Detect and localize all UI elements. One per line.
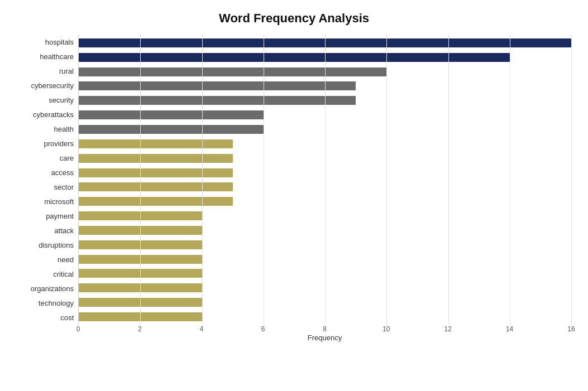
bar: [79, 182, 233, 191]
y-label: critical: [53, 268, 74, 281]
y-label: providers: [44, 137, 74, 149]
bar: [79, 197, 233, 206]
y-axis: hospitalshealthcareruralcybersecuritysec…: [17, 35, 78, 342]
y-label: rural: [59, 65, 74, 77]
x-tick: 12: [444, 325, 452, 333]
y-label: cost: [60, 312, 74, 324]
bar: [79, 67, 386, 76]
y-label: technology: [39, 297, 74, 310]
y-label: care: [60, 152, 74, 164]
x-tick: 16: [567, 325, 575, 333]
x-tick: 2: [138, 325, 142, 333]
y-label: security: [49, 94, 74, 106]
bar: [79, 81, 356, 90]
y-label: organizations: [31, 283, 74, 295]
y-label: payment: [46, 210, 74, 223]
grid-line: [325, 35, 326, 325]
grid-line: [264, 35, 264, 325]
x-tick: 6: [261, 325, 265, 333]
grid-line: [386, 35, 387, 325]
y-label: cyberattacks: [33, 108, 74, 120]
y-label: cybersecurity: [31, 79, 74, 91]
chart-area: hospitalshealthcareruralcybersecuritysec…: [17, 35, 571, 342]
x-tick: 0: [77, 325, 80, 333]
chart-title: Word Frequency Analysis: [17, 11, 571, 26]
x-axis-label: Frequency: [78, 334, 571, 342]
bar: [79, 154, 233, 163]
grid-line: [140, 35, 141, 325]
bar: [79, 139, 233, 148]
y-label: microsoft: [44, 196, 74, 208]
grid-line: [202, 35, 203, 325]
x-axis: 0246810121416 Frequency: [78, 325, 571, 342]
x-tick: 14: [506, 325, 513, 333]
bar: [79, 168, 233, 177]
bar: [79, 53, 510, 62]
x-ticks: 0246810121416: [78, 325, 571, 331]
grid-line: [510, 35, 510, 325]
bar: [79, 96, 356, 105]
grid-line: [448, 35, 449, 325]
y-label: healthcare: [40, 50, 74, 62]
y-label: health: [54, 123, 74, 135]
x-tick: 4: [199, 325, 203, 333]
x-tick: 8: [323, 325, 327, 333]
bar: [79, 125, 264, 134]
y-label: sector: [54, 181, 74, 193]
y-label: disruptions: [39, 239, 74, 252]
x-tick: 10: [383, 325, 390, 333]
y-label: need: [58, 254, 74, 266]
y-label: access: [51, 166, 74, 178]
bar: [79, 110, 264, 119]
chart-container: Word Frequency Analysis hospitalshealthc…: [0, 0, 588, 391]
grid-line: [571, 35, 572, 325]
y-label: attack: [54, 225, 74, 237]
bars-wrapper: [78, 35, 571, 325]
bars-and-x: 0246810121416 Frequency: [78, 35, 571, 342]
y-label: hospitals: [45, 36, 74, 48]
